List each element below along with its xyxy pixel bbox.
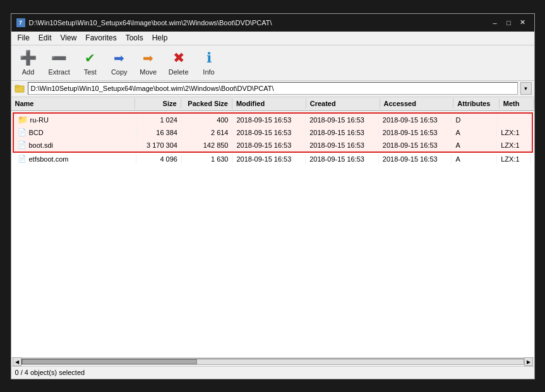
file-size-cell: 16 384: [136, 128, 182, 137]
menu-help[interactable]: Help: [148, 32, 172, 44]
file-icon: 📄: [18, 141, 27, 149]
file-meth-cell: LZX:1: [497, 141, 531, 150]
scroll-left-button[interactable]: ◀: [13, 357, 21, 366]
copy-button[interactable]: ➡ Copy: [106, 47, 133, 78]
scrollbar-area: ◀ ▶: [11, 357, 534, 366]
menu-favorites[interactable]: Favorites: [81, 32, 120, 44]
file-list: 📁 ru-RU 1 024 400 2018-09-15 16:53 2018-…: [11, 111, 534, 357]
file-attr-cell: A: [452, 155, 497, 163]
col-header-modified[interactable]: Modified: [232, 98, 306, 109]
file-attr-cell: A: [452, 128, 497, 137]
table-row[interactable]: 📄 BCD 16 384 2 614 2018-09-15 16:53 2018…: [14, 126, 532, 139]
col-header-name[interactable]: Name: [11, 98, 136, 109]
test-button[interactable]: ✔ Test: [77, 47, 104, 78]
file-modified-cell: 2018-09-15 16:53: [232, 128, 306, 137]
extract-label: Extract: [49, 68, 70, 76]
delete-label: Delete: [169, 68, 189, 76]
col-header-attr[interactable]: Attributes: [453, 98, 499, 109]
col-header-size[interactable]: Size: [135, 98, 181, 109]
status-text: 0 / 4 object(s) selected: [15, 369, 85, 376]
address-dropdown[interactable]: ▼: [520, 82, 532, 95]
file-size-cell: 4 096: [136, 155, 182, 163]
scrollbar-thumb[interactable]: [22, 359, 198, 364]
move-label: Move: [140, 68, 157, 76]
svg-rect-1: [15, 85, 19, 87]
file-name-cell: 📁 ru-RU: [14, 114, 137, 125]
file-modified-cell: 2018-09-15 16:53: [232, 141, 306, 150]
app-icon: 7: [16, 18, 25, 27]
copy-icon: ➡: [111, 49, 128, 67]
add-button[interactable]: ➕ Add: [15, 47, 42, 78]
info-icon: ℹ: [200, 49, 218, 67]
horizontal-scrollbar[interactable]: [21, 359, 524, 365]
menu-bar: File Edit View Favorites Tools Help: [11, 32, 534, 45]
table-row[interactable]: 📁 ru-RU 1 024 400 2018-09-15 16:53 2018-…: [14, 114, 532, 126]
file-size-cell: 3 170 304: [136, 141, 182, 150]
title-bar: 7 D:\Win10Setup\Win10_Setupx64\Image\boo…: [11, 14, 534, 32]
delete-button[interactable]: ✖ Delete: [164, 47, 193, 78]
minimize-button[interactable]: –: [489, 17, 501, 28]
title-bar-controls: – □ ✕: [489, 17, 529, 28]
window-title: D:\Win10Setup\Win10_Setupx64\Image\boot.…: [29, 19, 272, 27]
file-accessed-cell: 2018-09-15 16:53: [379, 141, 452, 150]
move-icon: ➡: [140, 49, 157, 67]
file-name: BCD: [29, 129, 44, 136]
file-accessed-cell: 2018-09-15 16:53: [379, 155, 452, 163]
test-icon: ✔: [81, 49, 99, 67]
file-list-container: Name Size Packed Size Modified Created A…: [11, 97, 534, 357]
address-bar: ▼: [11, 81, 534, 97]
file-attr-cell: D: [452, 116, 497, 124]
file-created-cell: 2018-09-15 16:53: [306, 141, 379, 150]
main-window: 7 D:\Win10Setup\Win10_Setupx64\Image\boo…: [11, 13, 535, 379]
file-size-cell: 1 024: [136, 116, 182, 124]
move-button[interactable]: ➡ Move: [135, 47, 162, 78]
close-button[interactable]: ✕: [517, 17, 529, 28]
folder-nav-icon: [14, 83, 25, 94]
file-created-cell: 2018-09-15 16:53: [306, 155, 379, 163]
file-name: etfsboot.com: [29, 155, 69, 163]
file-name-cell: 📄 BCD: [14, 128, 137, 137]
add-label: Add: [22, 68, 35, 76]
table-row[interactable]: 📄 boot.sdi 3 170 304 142 850 2018-09-15 …: [14, 139, 532, 151]
file-packed-cell: 1 630: [182, 155, 233, 163]
file-packed-cell: 400: [182, 116, 233, 124]
file-meth-cell: LZX:1: [497, 128, 531, 137]
file-modified-cell: 2018-09-15 16:53: [232, 155, 306, 163]
file-list-header: Name Size Packed Size Modified Created A…: [11, 97, 534, 111]
file-packed-cell: 142 850: [182, 141, 233, 150]
file-meth-cell: [497, 119, 531, 121]
info-button[interactable]: ℹ Info: [196, 47, 222, 78]
scroll-right-button[interactable]: ▶: [524, 357, 533, 366]
col-header-packed[interactable]: Packed Size: [181, 98, 232, 109]
file-icon: 📄: [18, 155, 27, 163]
toolbar: ➕ Add ➖ Extract ✔ Test ➡ Copy ➡ Move ✖ D…: [11, 45, 534, 81]
file-icon: 📄: [18, 128, 27, 136]
file-attr-cell: A: [452, 141, 497, 150]
file-name: boot.sdi: [29, 141, 54, 149]
selected-group: 📁 ru-RU 1 024 400 2018-09-15 16:53 2018-…: [13, 112, 533, 153]
menu-view[interactable]: View: [57, 32, 81, 44]
menu-file[interactable]: File: [14, 32, 33, 44]
extract-icon: ➖: [51, 49, 68, 67]
status-bar: 0 / 4 object(s) selected: [11, 366, 534, 379]
menu-edit[interactable]: Edit: [35, 32, 56, 44]
add-icon: ➕: [20, 49, 37, 67]
file-accessed-cell: 2018-09-15 16:53: [379, 128, 452, 137]
maximize-button[interactable]: □: [503, 17, 515, 28]
col-header-created[interactable]: Created: [306, 98, 380, 109]
col-header-meth[interactable]: Meth: [500, 98, 534, 109]
file-meth-cell: LZX:1: [497, 155, 531, 163]
extract-button[interactable]: ➖ Extract: [44, 47, 75, 78]
file-accessed-cell: 2018-09-15 16:53: [379, 116, 452, 124]
file-name-cell: 📄 etfsboot.com: [14, 154, 137, 163]
file-packed-cell: 2 614: [182, 128, 233, 137]
menu-tools[interactable]: Tools: [122, 32, 147, 44]
col-header-accessed[interactable]: Accessed: [380, 98, 454, 109]
delete-icon: ✖: [170, 49, 188, 67]
folder-icon: 📁: [18, 115, 28, 124]
file-name: ru-RU: [30, 116, 49, 124]
table-row[interactable]: 📄 etfsboot.com 4 096 1 630 2018-09-15 16…: [14, 153, 532, 165]
info-label: Info: [203, 68, 214, 76]
copy-label: Copy: [111, 68, 128, 76]
address-input[interactable]: [28, 82, 518, 95]
